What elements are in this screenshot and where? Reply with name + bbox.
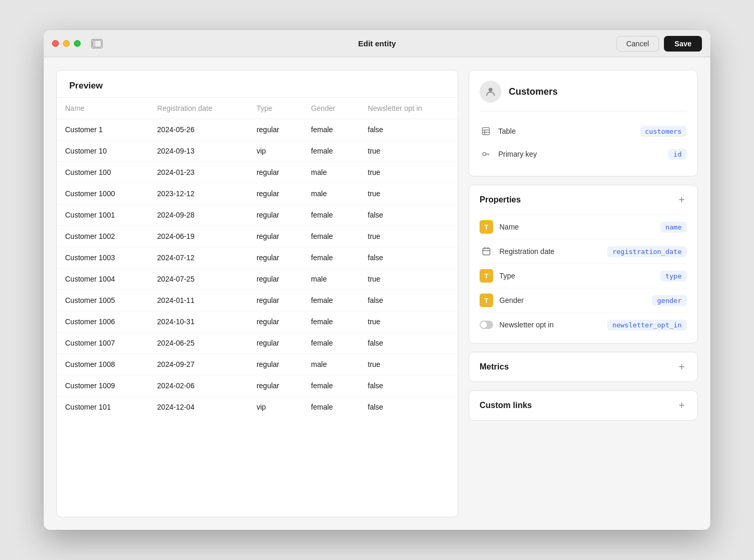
properties-body: T Name name Registration date registrati… — [469, 214, 697, 343]
page-title: Edit entity — [358, 39, 396, 48]
col-name: Name — [57, 98, 149, 119]
titlebar: Edit entity Cancel Save — [44, 30, 710, 57]
col-newsletter: Newsletter opt in — [359, 98, 458, 119]
preview-header: Preview — [57, 70, 458, 98]
main-content: Preview Name Registration date Type Gend… — [44, 57, 710, 530]
right-panel: Customers Table customers — [469, 70, 698, 517]
sidebar-toggle-button[interactable] — [91, 39, 103, 48]
metrics-header[interactable]: Metrics + — [469, 352, 697, 381]
entity-table-row: Table customers — [480, 120, 687, 143]
table-row: Customer 1002024-01-23regularmaletrue — [57, 162, 458, 183]
table-row: Customer 10082024-09-27regularmaletrue — [57, 354, 458, 375]
table-row: Customer 10092024-02-06regularfemalefals… — [57, 375, 458, 397]
pk-value: id — [668, 149, 687, 160]
entity-name: Customers — [509, 86, 558, 97]
svg-point-7 — [483, 152, 486, 156]
properties-section: Properties + T Name name Registration da… — [469, 185, 698, 343]
property-label: Gender — [499, 296, 646, 304]
custom-links-section: Custom links + — [469, 390, 698, 421]
table-value: customers — [640, 126, 687, 137]
col-type: Type — [248, 98, 303, 119]
table-row: Customer 10042024-07-25regularmaletrue — [57, 269, 458, 290]
property-value: registration_date — [607, 246, 687, 257]
table-row: Customer 10012024-09-28regularfemalefals… — [57, 205, 458, 226]
avatar — [480, 81, 501, 103]
text-icon: T — [480, 220, 493, 234]
svg-point-2 — [488, 88, 492, 92]
app-window: Edit entity Cancel Save Preview Name Reg… — [44, 30, 710, 530]
metrics-add-button[interactable]: + — [676, 362, 687, 372]
property-label: Newsletter opt in — [499, 321, 601, 329]
preview-panel: Preview Name Registration date Type Gend… — [56, 70, 458, 517]
custom-links-title: Custom links — [480, 401, 532, 410]
table-row: Customer 1012024-12-04vipfemalefalse — [57, 397, 458, 418]
custom-links-add-button[interactable]: + — [676, 400, 687, 411]
property-value: gender — [652, 295, 687, 306]
pk-label: Primary key — [498, 150, 662, 158]
titlebar-actions: Cancel Save — [617, 36, 702, 52]
col-gender: Gender — [303, 98, 359, 119]
metrics-title: Metrics — [480, 362, 509, 372]
text-icon: T — [480, 294, 493, 307]
col-regdate: Registration date — [149, 98, 248, 119]
data-table: Name Registration date Type Gender Newsl… — [57, 98, 458, 417]
table-row: Customer 12024-05-26regularfemalefalse — [57, 119, 458, 141]
toggle-icon — [480, 318, 493, 332]
text-icon: T — [480, 269, 493, 283]
table-icon — [480, 125, 492, 137]
entity-card: Customers Table customers — [469, 70, 698, 176]
table-row: Customer 10002023-12-12regularmaletrue — [57, 183, 458, 205]
table-header-row: Name Registration date Type Gender Newsl… — [57, 98, 458, 119]
cancel-button[interactable]: Cancel — [617, 36, 659, 52]
table-label: Table — [498, 127, 634, 135]
svg-rect-3 — [482, 128, 489, 135]
calendar-icon — [480, 245, 493, 258]
property-label: Registration date — [499, 247, 601, 256]
properties-title: Properties — [480, 195, 521, 205]
metrics-section: Metrics + — [469, 352, 698, 382]
table-row: Customer 10072024-06-25regularfemalefals… — [57, 333, 458, 354]
property-label: Name — [499, 223, 654, 231]
traffic-lights — [52, 40, 81, 47]
save-button[interactable]: Save — [664, 36, 702, 52]
property-row: Registration date registration_date — [480, 239, 687, 263]
property-row: T Type type — [480, 263, 687, 288]
key-icon — [480, 148, 492, 160]
table-row: Customer 10052024-01-11regularfemalefals… — [57, 290, 458, 311]
table-row: Customer 102024-09-13vipfemaletrue — [57, 141, 458, 162]
entity-header: Customers — [480, 81, 687, 111]
property-label: Type — [499, 272, 654, 280]
svg-rect-1 — [93, 41, 95, 47]
maximize-button[interactable] — [74, 40, 81, 47]
property-value: name — [660, 222, 687, 233]
entity-pk-row: Primary key id — [480, 143, 687, 166]
property-value: type — [660, 271, 687, 282]
table-row: Customer 10022024-06-19regularfemaletrue — [57, 226, 458, 247]
property-value: newsletter_opt_in — [607, 320, 687, 330]
property-row: Newsletter opt in newsletter_opt_in — [480, 312, 687, 337]
minimize-button[interactable] — [63, 40, 70, 47]
property-row: T Name name — [480, 214, 687, 239]
properties-header[interactable]: Properties + — [469, 185, 697, 214]
table-row: Customer 10062024-10-31regularfemaletrue — [57, 311, 458, 333]
property-row: T Gender gender — [480, 288, 687, 312]
custom-links-header[interactable]: Custom links + — [469, 391, 697, 420]
properties-add-button[interactable]: + — [676, 195, 687, 205]
table-row: Customer 10032024-07-12regularfemalefals… — [57, 247, 458, 269]
close-button[interactable] — [52, 40, 59, 47]
svg-rect-8 — [483, 248, 490, 255]
